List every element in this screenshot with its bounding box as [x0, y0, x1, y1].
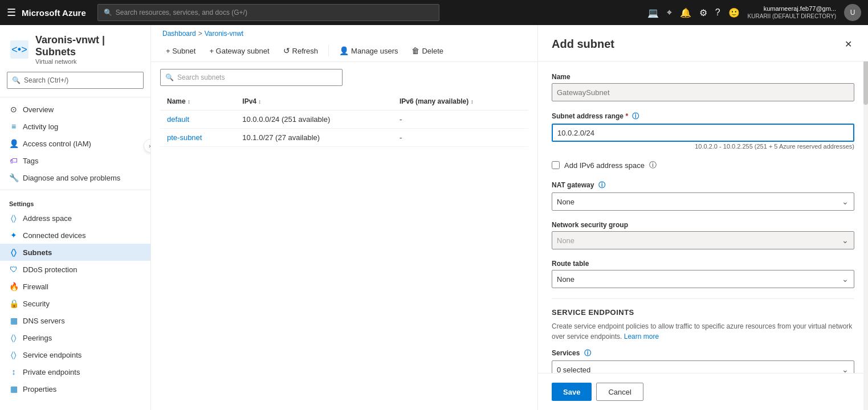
refresh-icon: ↺: [283, 46, 290, 55]
sidebar-item-tags[interactable]: 🏷 Tags: [0, 152, 150, 169]
delete-icon: 🗑: [411, 46, 419, 55]
user-email: kumarneeraj.feb77@gm...: [748, 5, 836, 13]
sidebar-item-security[interactable]: 🔒 Security: [0, 295, 150, 312]
nat-gateway-label: NAT gateway ⓘ: [552, 181, 854, 190]
col-ipv6[interactable]: IPv6 (many available) ↕: [393, 93, 528, 110]
help-icon[interactable]: ?: [715, 7, 720, 18]
services-group: Services ⓘ 0 selected: [552, 348, 854, 373]
sidebar-item-activity-log[interactable]: ≡ Activity log: [0, 118, 150, 135]
sidebar-item-label: Properties: [23, 385, 56, 393]
sidebar-item-label: Service endpoints: [23, 351, 81, 359]
peerings-icon: 〈〉: [9, 333, 18, 342]
subnet-name-pte[interactable]: pte-subnet: [167, 133, 202, 142]
settings-divider: [0, 190, 150, 190]
manage-users-button[interactable]: 👤 Manage users: [333, 43, 404, 58]
top-navigation: ☰ Microsoft Azure 🔍 Search resources, se…: [0, 0, 868, 25]
sidebar-item-ddos[interactable]: 🛡 DDoS protection: [0, 261, 150, 278]
sidebar-item-private-endpoints[interactable]: ↕ Private endpoints: [0, 363, 150, 380]
subnet-range-input[interactable]: [552, 124, 854, 142]
route-table-select[interactable]: None: [552, 270, 854, 288]
sidebar-item-label: Tags: [23, 157, 38, 165]
dns-servers-icon: ▦: [9, 316, 18, 325]
portal-menu-icon[interactable]: ⌖: [667, 7, 672, 18]
hamburger-icon[interactable]: ☰: [7, 6, 16, 19]
nsg-select[interactable]: None: [552, 231, 854, 249]
col-name[interactable]: Name ↕: [160, 93, 235, 110]
notifications-icon[interactable]: 🔔: [680, 7, 691, 18]
delete-button[interactable]: 🗑 Delete: [406, 43, 449, 58]
breadcrumb-dashboard[interactable]: Dashboard: [162, 30, 196, 38]
nav-divider: [0, 97, 150, 97]
sidebar-item-access-control[interactable]: 👤 Access control (IAM): [0, 135, 150, 152]
activity-log-icon: ≡: [9, 122, 18, 131]
services-label: Services ⓘ: [552, 348, 854, 358]
cloud-shell-icon[interactable]: 💻: [647, 7, 659, 18]
properties-icon: ▦: [9, 384, 18, 393]
settings-icon[interactable]: ⚙: [699, 7, 707, 18]
sidebar-item-diagnose[interactable]: 🔧 Diagnose and solve problems: [0, 169, 150, 186]
nsg-label: Network security group: [552, 221, 854, 229]
panel-close-button[interactable]: ✕: [842, 36, 854, 52]
services-select[interactable]: 0 selected: [552, 360, 854, 373]
search-placeholder: Search resources, services, and docs (G+…: [116, 9, 247, 17]
services-select-wrapper: 0 selected: [552, 360, 854, 373]
subnet-ipv4-pte: 10.1.0/27 (27 available): [235, 129, 393, 147]
breadcrumb-separator: >: [198, 30, 202, 38]
col-ipv4[interactable]: IPv4 ↕: [235, 93, 393, 110]
subnet-search[interactable]: 🔍 Search subnets: [160, 69, 343, 86]
service-endpoints-title: SERVICE ENDPOINTS: [552, 308, 854, 317]
sidebar-item-firewall[interactable]: 🔥 Firewall: [0, 278, 150, 295]
sidebar-item-label: Subnets: [23, 248, 52, 257]
access-control-icon: 👤: [9, 139, 18, 148]
sidebar-item-label: Diagnose and solve problems: [23, 174, 120, 182]
sidebar-item-service-endpoints[interactable]: 〈〉 Service endpoints: [0, 346, 150, 363]
name-input[interactable]: [552, 83, 854, 101]
delete-label: Delete: [422, 47, 443, 55]
learn-more-link[interactable]: Learn more: [624, 333, 659, 341]
ipv6-label[interactable]: Add IPv6 address space: [564, 161, 645, 170]
sidebar-item-label: Connected devices: [23, 231, 86, 240]
add-subnet-button[interactable]: + Subnet: [160, 44, 201, 58]
table-row: default 10.0.0.0/24 (251 available) -: [160, 110, 528, 129]
private-endpoints-icon: ↕: [9, 367, 18, 376]
sidebar-item-address-space[interactable]: 〈〉 Address space: [0, 210, 150, 227]
diagnose-icon: 🔧: [9, 173, 18, 182]
tags-icon: 🏷: [9, 156, 18, 165]
sidebar-item-label: Activity log: [23, 122, 58, 131]
panel-scrollbar-thumb: [863, 59, 868, 105]
nat-gateway-select[interactable]: None: [552, 192, 854, 211]
nsg-select-wrapper: None: [552, 231, 854, 249]
nat-info-icon[interactable]: ⓘ: [598, 181, 605, 189]
services-info-icon[interactable]: ⓘ: [584, 349, 591, 357]
feedback-icon[interactable]: 🙂: [728, 7, 740, 18]
search-icon: 🔍: [104, 9, 112, 17]
ipv6-info-icon[interactable]: ⓘ: [649, 160, 657, 170]
global-search[interactable]: 🔍 Search resources, services, and docs (…: [97, 4, 439, 21]
sidebar-search[interactable]: 🔍 Search (Ctrl+/): [7, 72, 144, 89]
cancel-button[interactable]: Cancel: [596, 383, 643, 401]
sidebar-item-properties[interactable]: ▦ Properties: [0, 380, 150, 397]
info-icon[interactable]: ⓘ: [632, 112, 639, 120]
sidebar-item-connected-devices[interactable]: ✦ Connected devices: [0, 227, 150, 244]
subnet-name-default[interactable]: default: [167, 115, 189, 124]
sidebar-item-overview[interactable]: ⊙ Overview: [0, 101, 150, 118]
toolbar: + Subnet + Gateway subnet ↺ Refresh 👤 Ma…: [151, 40, 537, 62]
sort-icon-name: ↕: [188, 99, 190, 105]
user-profile[interactable]: kumarneeraj.feb77@gm... KURARII (DEFAULT…: [748, 5, 836, 19]
sort-icon-ipv6: ↕: [471, 99, 474, 105]
toolbar-separator: [328, 45, 329, 56]
ipv6-checkbox[interactable]: [552, 161, 560, 169]
refresh-button[interactable]: ↺ Refresh: [278, 43, 324, 58]
sidebar-item-label: Address space: [23, 214, 72, 223]
sidebar-item-dns-servers[interactable]: ▦ DNS servers: [0, 312, 150, 329]
sidebar-search-icon: 🔍: [12, 76, 21, 84]
sidebar-item-peerings[interactable]: 〈〉 Peerings: [0, 329, 150, 346]
sidebar-item-label: Overview: [23, 105, 54, 114]
route-table-label: Route table: [552, 260, 854, 268]
sidebar-item-subnets[interactable]: 〈〉 Subnets: [0, 244, 150, 261]
resource-header: <•> Varonis-vnwt | Subnets Virtual netwo…: [0, 25, 150, 69]
user-avatar[interactable]: U: [844, 4, 861, 21]
breadcrumb-resource[interactable]: Varonis-vnwt: [205, 30, 243, 38]
save-button[interactable]: Save: [552, 383, 592, 401]
add-gateway-button[interactable]: + Gateway subnet: [203, 44, 275, 58]
